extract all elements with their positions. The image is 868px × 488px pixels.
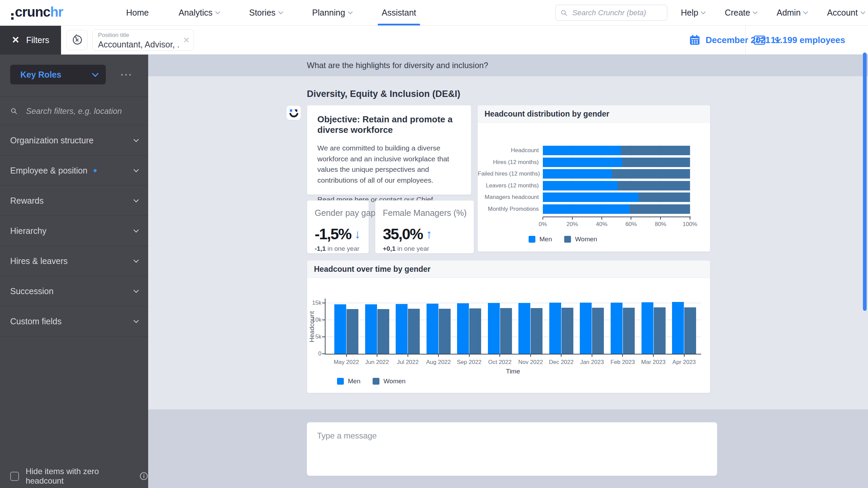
sidebar-more-button[interactable]: ⋯ [114,65,139,84]
menu-label: Account [827,8,857,18]
y-tick-label: 0 [307,350,321,357]
global-search-box[interactable] [555,5,667,21]
nav-item-home[interactable]: Home [126,0,149,25]
y-tick-mark [322,320,325,320]
kpi-card-gender-pay-gap: Gender pay gap -1,5% ↓ -1,1 in one year [307,200,369,253]
dist-bar-row [543,169,690,179]
legend-label: Men [539,236,552,243]
nav-item-label: Planning [312,8,345,18]
legend-item-men[interactable]: Men [529,236,552,243]
sidebar-section-hierarchy[interactable]: Hierarchy [0,216,148,246]
headcount-distribution-chart-card: Headcount distribution by gender Headcou… [477,105,710,252]
chevron-down-icon [134,197,139,202]
hide-zero-headcount-checkbox[interactable] [10,472,19,481]
sidebar-section-label: Hires & leavers [10,256,68,266]
nav-item-assistant[interactable]: Assistant [382,0,416,25]
chevron-down-icon [134,137,139,142]
nav-item-analytics[interactable]: Analytics [179,0,219,25]
view-selector-dropdown[interactable]: Key Roles [10,65,106,84]
user-question-text: What are the highlights for diversity an… [307,55,488,76]
menu-account[interactable]: Account [827,0,864,25]
x-tick-label: 100% [680,221,700,228]
nav-item-planning[interactable]: Planning [312,0,352,25]
logo-dots-icon [11,13,14,20]
crunchr-logo[interactable]: crunchr [11,4,63,21]
global-search-input[interactable] [572,8,662,18]
legend-item-women[interactable]: Women [564,236,597,243]
bar-men-4 [457,303,469,354]
reset-filters-button[interactable] [66,30,87,50]
bar-men-10 [642,302,653,354]
sidebar-section-custom-fields[interactable]: Custom fields [0,306,148,337]
bar-women-4 [469,308,481,354]
legend-swatch [373,378,379,385]
x-tick-label: May 2022 [331,359,362,366]
x-tick-mark [438,354,439,357]
bar-men-1 [365,304,377,354]
legend-item-women[interactable]: Women [373,378,406,385]
x-tick-mark [469,354,470,357]
message-input[interactable] [307,422,717,476]
chevron-down-icon [803,9,808,14]
position-title-filter-chip[interactable]: Position title Accountant, Advisor, ... … [92,29,194,51]
nav-item-stories[interactable]: Stories [249,0,282,25]
objective-body: We are committed to building a diverse w… [317,143,461,185]
dist-row-label: Managers headcount [478,192,539,202]
sidebar-search-box[interactable] [0,97,148,125]
remove-filter-icon[interactable]: ✕ [183,36,190,45]
x-tick-label: Apr 2023 [669,359,699,366]
chevron-down-icon [134,287,139,293]
legend-swatch [564,236,571,243]
chevron-down-icon [134,227,139,232]
kpi-delta-text: in one year [326,245,359,252]
x-tick-mark [592,354,592,357]
dist-row-label: Headcount [478,146,539,155]
dist-bar-row [543,158,690,167]
filters-sidebar: Key Roles ⋯ Organization structureEmploy… [0,55,148,488]
logo-text-dark: crunc [15,4,50,20]
filter-bar: ✕ Filters Position title Accountant, Adv… [0,25,868,55]
sidebar-section-rewards[interactable]: Rewards [0,186,148,216]
scrollbar-thumb[interactable] [863,53,867,311]
menu-create[interactable]: Create [725,0,757,25]
menu-help[interactable]: Help [681,0,705,25]
bar-men-3 [427,304,438,354]
x-tick-mark [660,217,661,220]
sidebar-section-organization-structure[interactable]: Organization structure [0,125,148,156]
legend-swatch [337,378,344,385]
headcount-over-time-chart-card: Headcount over time by gender 05k10k15kM… [307,260,710,393]
bar-men-9 [611,303,623,354]
legend-swatch [529,236,535,243]
filters-toggle-button[interactable]: ✕ Filters [0,25,61,55]
info-icon[interactable] [139,471,148,481]
sidebar-section-succession[interactable]: Succession [0,276,148,306]
sidebar-section-employee-position[interactable]: Employee & position [0,156,148,186]
sidebar-section-hires-leavers[interactable]: Hires & leavers [0,246,148,276]
x-tick-label: Jan 2023 [577,359,607,366]
x-tick-mark [572,217,573,220]
answer-section-title: Diversity, Equity & Inclusion (DE&I) [307,89,460,99]
bar-men-0 [334,304,346,354]
menu-admin[interactable]: Admin [776,0,807,25]
nav-item-label: Assistant [382,8,416,18]
bar-women-9 [623,308,635,354]
y-axis-label: Headcount [308,310,316,344]
x-tick-mark [653,354,654,357]
dist-row-label: Leavers (12 months) [478,181,539,190]
menu-label: Help [681,8,698,18]
dist-row-label: Failed hires (12 months) [478,169,539,179]
x-tick-mark [499,354,500,357]
dist-bar-men-segment [543,158,622,167]
sidebar-search-input[interactable] [25,106,138,116]
arrow-down-icon: ↓ [355,227,361,241]
employee-count-badge[interactable]: 11.199 employees [753,25,845,55]
main-nav: HomeAnalyticsStoriesPlanningAssistant [126,0,416,25]
bar-women-3 [439,309,451,354]
dist-bar-men-segment [543,192,638,202]
legend-item-men[interactable]: Men [337,378,360,385]
x-tick-label: 40% [592,221,612,228]
kpi-card-female-managers: Female Managers (%) 35,0% ↑ +0,1 in one … [375,200,474,253]
kpi-delta-value: +0,1 [383,245,396,252]
x-tick-label: Nov 2022 [515,359,546,366]
bar-women-6 [531,308,542,354]
